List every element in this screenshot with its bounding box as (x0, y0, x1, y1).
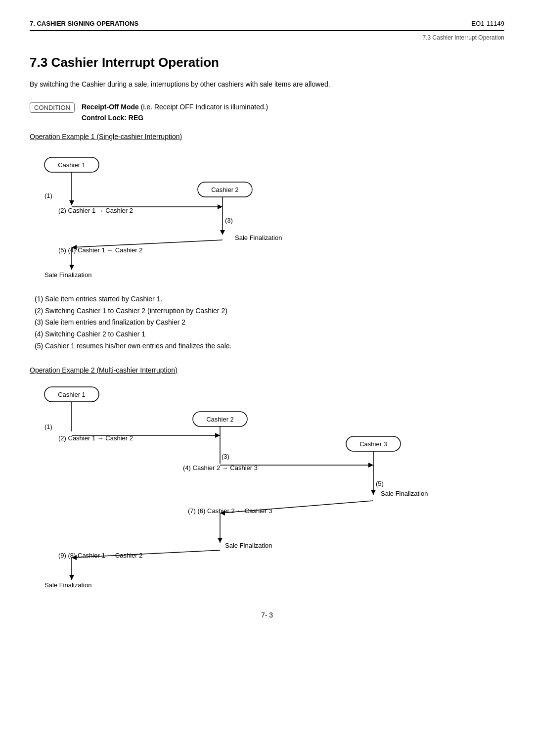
section-ref-line: 7.3 Cashier Interrupt Operation (30, 34, 504, 41)
condition-row: CONDITION Receipt-Off Mode (i.e. Receipt… (30, 101, 504, 124)
svg-text:(3): (3) (225, 217, 233, 224)
svg-marker-35 (368, 463, 373, 468)
svg-text:Cashier 1: Cashier 1 (58, 391, 86, 398)
condition-text: Receipt-Off Mode (i.e. Receipt OFF Indic… (82, 101, 268, 124)
diagram1: Cashier 1 Cashier 2 (1) (2) Cashier 1 → … (30, 148, 504, 279)
svg-text:(5): (5) (376, 480, 384, 487)
chapter-title: 7. CASHIER SIGNING OPERATIONS (30, 20, 138, 27)
footer-page: 7- 3 (30, 611, 504, 619)
svg-text:(3): (3) (222, 453, 229, 460)
diagram2: Cashier 1 Cashier 2 Cashier 3 (1) (2) Ca… (30, 382, 504, 591)
svg-line-15 (72, 240, 222, 247)
svg-marker-45 (218, 538, 222, 543)
condition-line1: Receipt-Off Mode (i.e. Receipt OFF Indic… (82, 101, 268, 112)
svg-text:(7)  (6) Cashier 2 ← Cashier 3: (7) (6) Cashier 2 ← Cashier 3 (188, 507, 272, 515)
svg-text:Sale Finalization: Sale Finalization (381, 490, 428, 497)
svg-text:(9)  (8) Cashier 1 ← Cashier 2: (9) (8) Cashier 1 ← Cashier 2 (58, 552, 143, 559)
svg-text:Sale Finalization: Sale Finalization (44, 581, 91, 589)
svg-text:(1): (1) (44, 423, 52, 430)
svg-marker-30 (215, 433, 220, 438)
svg-text:Sale Finalization: Sale Finalization (225, 542, 272, 549)
example1-title: Operation Example 1 (Single-cashier Inte… (30, 133, 504, 141)
svg-text:Cashier 2: Cashier 2 (211, 186, 239, 193)
diagram2-svg: Cashier 1 Cashier 2 Cashier 3 (1) (2) Ca… (30, 382, 494, 590)
section-heading: 7.3 Cashier Interrupt Operation (30, 55, 504, 70)
svg-marker-13 (220, 230, 225, 235)
step3: (3) Sale item entries and finalization b… (35, 317, 504, 329)
section-ref: 7.3 Cashier Interrupt Operation (423, 34, 504, 41)
svg-text:Cashier 2: Cashier 2 (206, 416, 234, 423)
list-items-example1: (1) Sale item entries started by Cashier… (30, 293, 504, 352)
svg-marker-6 (69, 200, 74, 205)
page: 7. CASHIER SIGNING OPERATIONS EO1-11149 … (0, 0, 534, 756)
example2-title: Operation Example 2 (Multi-cashier Inter… (30, 366, 504, 374)
step2: (2) Switching Cashier 1 to Cashier 2 (in… (35, 305, 504, 317)
step4: (4) Switching Cashier 2 to Cashier 1 (35, 329, 504, 340)
svg-marker-39 (371, 490, 376, 495)
svg-text:Cashier 3: Cashier 3 (359, 440, 387, 448)
condition-badge: CONDITION (30, 102, 75, 113)
page-header: 7. CASHIER SIGNING OPERATIONS EO1-11149 (30, 20, 504, 31)
diagram1-svg: Cashier 1 Cashier 2 (1) (2) Cashier 1 → … (30, 148, 475, 277)
svg-text:Sale Finalization: Sale Finalization (235, 234, 282, 241)
intro-text: By switching the Cashier during a sale, … (30, 79, 504, 90)
svg-marker-18 (69, 265, 74, 270)
svg-text:Sale Finalization: Sale Finalization (44, 271, 91, 279)
svg-marker-9 (218, 204, 222, 209)
svg-text:(5)  (4) Cashier 1 ← Cashier 2: (5) (4) Cashier 1 ← Cashier 2 (58, 246, 143, 254)
condition-line2: Control Lock: REG (82, 112, 268, 123)
doc-number: EO1-11149 (472, 20, 505, 27)
step5: (5) Cashier 1 resumes his/her own entrie… (35, 340, 504, 352)
svg-marker-50 (69, 575, 74, 580)
svg-text:(2) Cashier 1 → Cashier 2: (2) Cashier 1 → Cashier 2 (58, 207, 133, 214)
svg-text:(1): (1) (44, 192, 52, 199)
step1: (1) Sale item entries started by Cashier… (35, 293, 504, 305)
svg-text:Cashier 1: Cashier 1 (58, 161, 86, 169)
